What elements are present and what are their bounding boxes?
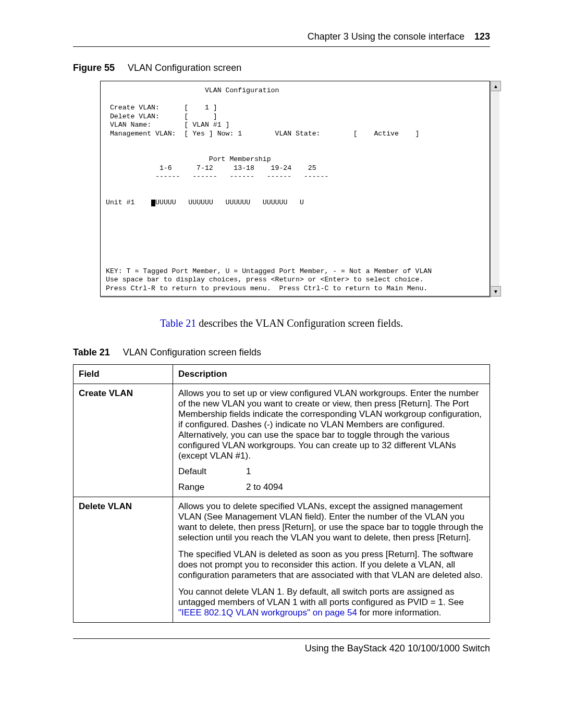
ieee-vlan-xref[interactable]: "IEEE 802.1Q VLAN workgroups" on page 54 <box>178 608 357 618</box>
table-header-row: Field Description <box>74 365 490 384</box>
range-label: Range <box>178 482 246 492</box>
term-key3: Press Ctrl-R to return to previous menu.… <box>106 285 427 292</box>
chapter-text: Chapter 3 Using the console interface <box>308 31 464 42</box>
col-description: Description <box>173 365 490 384</box>
term-delete: Delete VLAN: [ ] <box>106 113 217 120</box>
scrollbar-track[interactable] <box>492 91 499 286</box>
default-row: Default 1 <box>178 466 484 477</box>
term-create: Create VLAN: [ 1 ] <box>106 104 217 112</box>
term-key2: Use space bar to display choices, press … <box>106 276 423 283</box>
cursor-icon <box>151 200 155 206</box>
footer-text: Using the BayStack 420 10/100/1000 Switc… <box>73 643 490 654</box>
delete-vlan-p3: You cannot delete VLAN 1. By default, al… <box>178 587 484 618</box>
p3a: You cannot delete VLAN 1. By default, al… <box>178 587 464 607</box>
figure-label: Figure 55 <box>73 63 115 73</box>
table-label: Table 21 <box>73 347 110 357</box>
body-rest: describes the VLAN Configuration screen … <box>196 317 403 329</box>
scroll-down-button[interactable]: ▼ <box>491 286 501 297</box>
header-rule <box>73 46 490 47</box>
term-pm-cols: 1-6 7-12 13-18 19-24 25 <box>106 164 316 172</box>
terminal-content: VLAN Configuration Create VLAN: [ 1 ] De… <box>100 81 490 297</box>
body-paragraph: Table 21 describes the VLAN Configuratio… <box>73 317 490 329</box>
desc-create-vlan: Allows you to set up or view configured … <box>173 384 490 497</box>
default-value: 1 <box>246 466 251 477</box>
footer-rule <box>73 638 490 639</box>
table-row: Delete VLAN Allows you to delete specifi… <box>74 497 490 623</box>
delete-vlan-p1: Allows you to delete specified VLANs, ex… <box>178 501 484 543</box>
scroll-up-button[interactable]: ▲ <box>491 81 501 91</box>
term-key1: KEY: T = Tagged Port Member, U = Untagge… <box>106 267 432 275</box>
chevron-up-icon: ▲ <box>493 83 498 89</box>
figure-title: VLAN Configuration screen <box>128 63 241 73</box>
table-xref-link[interactable]: Table 21 <box>160 317 196 329</box>
page: Chapter 3 Using the console interface 12… <box>0 0 563 675</box>
term-pm-header: Port Membership <box>106 155 271 163</box>
create-vlan-text: Allows you to set up or view configured … <box>178 388 484 461</box>
p3b: for more information. <box>357 608 442 618</box>
table-caption: Table 21 VLAN Configuration screen field… <box>73 347 490 358</box>
field-create-vlan: Create VLAN <box>74 384 173 497</box>
chevron-down-icon: ▼ <box>493 289 498 294</box>
chapter-header: Chapter 3 Using the console interface 12… <box>73 31 490 46</box>
range-value: 2 to 4094 <box>246 482 283 492</box>
fields-table: Field Description Create VLAN Allows you… <box>73 364 490 623</box>
table-title: VLAN Configuration screen fields <box>123 347 261 357</box>
delete-vlan-p2: The specified VLAN is deleted as soon as… <box>178 549 484 581</box>
desc-delete-vlan: Allows you to delete specified VLANs, ex… <box>173 497 490 623</box>
term-pm-dash: ------ ------ ------ ------ ------ <box>106 172 328 180</box>
col-field: Field <box>74 365 173 384</box>
terminal-window: ▲ ▼ VLAN Configuration Create VLAN: [ 1 … <box>100 81 490 297</box>
term-mgmt: Management VLAN: [ Yes ] Now: 1 VLAN Sta… <box>106 130 419 138</box>
figure-caption: Figure 55 VLAN Configuration screen <box>73 63 490 73</box>
term-title: VLAN Configuration <box>106 87 279 94</box>
table-row: Create VLAN Allows you to set up or view… <box>74 384 490 497</box>
term-unit-left: Unit #1 <box>106 199 151 206</box>
default-label: Default <box>178 466 246 477</box>
term-unit-right: UUUUU UUUUUU UUUUUU UUUUUU U <box>155 199 304 206</box>
range-row: Range 2 to 4094 <box>178 482 484 492</box>
field-delete-vlan: Delete VLAN <box>74 497 173 623</box>
page-number: 123 <box>474 31 490 42</box>
term-name: VLAN Name: [ VLAN #1 ] <box>106 121 229 129</box>
